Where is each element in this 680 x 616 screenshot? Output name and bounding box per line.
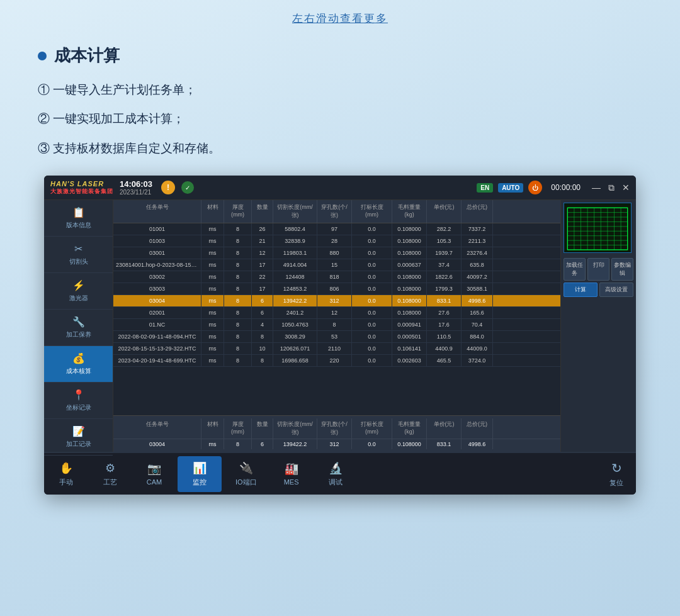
nav-items: ✋ 手动 ⚙ 工艺 📷 CAM 📊 监控 🔌 IO端口 xyxy=(44,454,597,495)
sh-qty: 数量 xyxy=(252,418,273,439)
table-row[interactable]: 03003ms817124853.28060.00.1080001799.330… xyxy=(113,283,560,295)
table-cell: 465.5 xyxy=(427,355,462,366)
table-cell: 8 xyxy=(224,271,252,283)
nav-item-manual[interactable]: ✋ 手动 xyxy=(44,454,88,495)
table-cell: 4914.004 xyxy=(273,259,317,271)
table-cell: 3008.29 xyxy=(273,331,317,342)
close-button[interactable]: ✕ xyxy=(622,182,630,193)
table-row[interactable]: 01001ms82658802.4970.00.108000282.27337.… xyxy=(113,223,560,235)
table-body: 01001ms82658802.4970.00.108000282.27337.… xyxy=(113,223,560,415)
sv-cut: 139422.2 xyxy=(273,439,317,449)
table-row[interactable]: 01.NCms841050.476380.00.00094117.670.4 xyxy=(113,319,560,331)
table-cell: 165.6 xyxy=(462,307,493,318)
sidebar-item-cutter[interactable]: ✂ 切割头 xyxy=(44,237,113,273)
sh-total: 总价(元) xyxy=(462,418,493,439)
refresh-icon: ↻ xyxy=(611,461,622,476)
nav-label-monitor: 监控 xyxy=(193,478,207,487)
table-cell: 10 xyxy=(252,343,273,354)
time-date: 2023/11/21 xyxy=(120,189,151,196)
power-icon[interactable]: ⏻ xyxy=(528,181,542,194)
timer-display: 00:00:00 xyxy=(551,183,581,192)
table-cell: 8 xyxy=(224,235,252,247)
refresh-label: 复位 xyxy=(609,478,623,488)
nav-item-monitor[interactable]: 📊 监控 xyxy=(178,456,222,492)
table-cell: ms xyxy=(201,271,224,283)
sh-mark: 打标长度(mm) xyxy=(352,418,392,439)
nav-item-mes[interactable]: 🏭 MES xyxy=(269,454,314,495)
sidebar-item-log[interactable]: 📝 加工记录 xyxy=(44,419,113,456)
table-cell: 8 xyxy=(252,331,273,342)
nav-right: ↻ 复位 xyxy=(597,461,636,488)
minimize-button[interactable]: — xyxy=(592,182,601,193)
table-cell: 53 xyxy=(317,331,352,342)
sidebar-item-cost[interactable]: 💰 成本核算 xyxy=(44,346,113,383)
sv-weight: 0.108000 xyxy=(392,439,427,449)
nav-item-process[interactable]: ⚙ 工艺 xyxy=(88,454,132,495)
manual-icon: ✋ xyxy=(59,461,73,475)
table-cell: 03001 xyxy=(113,247,201,259)
table-row[interactable]: 03001ms812119803.18800.00.1080001939.723… xyxy=(113,247,560,259)
table-cell: 26 xyxy=(252,223,273,235)
table-row[interactable]: 2022-08-02-09-11-48-094.HTCms883008.2953… xyxy=(113,331,560,343)
table-cell: 01001 xyxy=(113,223,201,235)
table-row[interactable]: 03002ms8221244088180.00.1080001822.64009… xyxy=(113,271,560,283)
th-thick: 厚度(mm) xyxy=(224,200,252,223)
status-icon: ✓ xyxy=(181,181,194,194)
nav-item-cam[interactable]: 📷 CAM xyxy=(132,454,176,495)
nav-label-mes: MES xyxy=(284,478,299,486)
table-cell: 0.0 xyxy=(352,283,392,294)
table-cell: 44009.0 xyxy=(462,343,493,354)
monitor-icon: 📊 xyxy=(193,461,207,475)
summary-header-row: 任务单号 材料 厚度(mm) 数量 切割长度(mm/张) 穿孔数(个/张) 打标… xyxy=(113,418,560,439)
sidebar-item-maintenance[interactable]: 🔧 加工保养 xyxy=(44,310,113,346)
th-task: 任务单号 xyxy=(113,200,201,223)
sh-hole: 穿孔数(个/张) xyxy=(317,418,352,439)
bottom-button-row: 计算 高级设置 xyxy=(564,283,633,297)
table-row[interactable]: 03004ms86139422.23120.00.108000833.14998… xyxy=(113,295,560,307)
th-weight: 毛料重量(kg) xyxy=(392,200,427,223)
table-cell: 105.3 xyxy=(427,235,462,247)
table-cell: 1799.3 xyxy=(427,283,462,294)
table-row[interactable]: 2023-04-20-19-41-48-699.HTCms8816986.658… xyxy=(113,355,560,367)
table-cell: 3724.0 xyxy=(462,355,493,366)
sv-unit: 833.1 xyxy=(427,439,462,449)
add-task-button[interactable]: 加载任务 xyxy=(564,258,586,281)
table-cell: ms xyxy=(201,247,224,259)
th-hole: 穿孔数(个/张) xyxy=(317,200,352,223)
param-edit-button[interactable]: 参数编辑 xyxy=(611,258,633,281)
print-button[interactable]: 打印 xyxy=(587,258,609,281)
table-cell: 8 xyxy=(224,355,252,366)
title-bar-icons: EN AUTO ⏻ 00:00:00 — ⧉ ✕ xyxy=(477,181,630,194)
sidebar-item-coord[interactable]: 📍 坐标记录 xyxy=(44,383,113,419)
nav-item-io[interactable]: 🔌 IO端口 xyxy=(223,454,269,495)
adv-settings-button[interactable]: 高级设置 xyxy=(599,283,633,297)
sh-thick: 厚度(mm) xyxy=(224,418,252,439)
table-cell: 2023-04-20-19-41-48-699.HTC xyxy=(113,355,201,366)
table-cell: 8 xyxy=(252,355,273,366)
feature-item-1: ① 一键导入生产计划任务单； xyxy=(38,81,642,99)
table-row[interactable]: 2022-08-15-15-13-29-322.HTCms810120626.0… xyxy=(113,343,560,355)
title-bar: HAN'S LASER 大族激光智能装备集团 14:06:03 2023/11/… xyxy=(44,176,636,200)
sh-weight: 毛料重量(kg) xyxy=(392,418,427,439)
table-cell: 01.NC xyxy=(113,319,201,330)
th-unit: 单价(元) xyxy=(427,200,462,223)
table-row[interactable]: 01003ms82132838.9280.00.108000105.32211.… xyxy=(113,235,560,247)
table-row[interactable]: 02001ms862401.2120.00.10800027.6165.6 xyxy=(113,307,560,319)
sidebar-item-version[interactable]: 📋 版本信息 xyxy=(44,200,113,237)
refresh-button[interactable]: ↻ 复位 xyxy=(609,461,623,488)
maximize-button[interactable]: ⧉ xyxy=(608,182,615,193)
table-cell: ms xyxy=(201,331,224,342)
right-buttons: 加载任务 打印 参数编辑 计算 高级设置 xyxy=(564,258,633,297)
table-row[interactable]: 230814001.hop-0-2023-08-15-08-39-01-421.… xyxy=(113,259,560,271)
table-cell: 0.000501 xyxy=(392,331,427,342)
feature-item-2: ② 一键实现加工成本计算； xyxy=(38,109,642,128)
debug-icon: 🔬 xyxy=(329,461,343,475)
calc-button[interactable]: 计算 xyxy=(564,283,598,297)
sidebar-item-laser[interactable]: ⚡ 激光器 xyxy=(44,273,113,310)
nav-item-debug[interactable]: 🔬 调试 xyxy=(314,454,358,495)
table-cell: ms xyxy=(201,307,224,318)
process-icon: ⚙ xyxy=(105,461,115,475)
table-cell: 15 xyxy=(317,259,352,271)
table-cell: 0.000637 xyxy=(392,259,427,271)
th-cut: 切割长度(mm/张) xyxy=(273,200,317,223)
